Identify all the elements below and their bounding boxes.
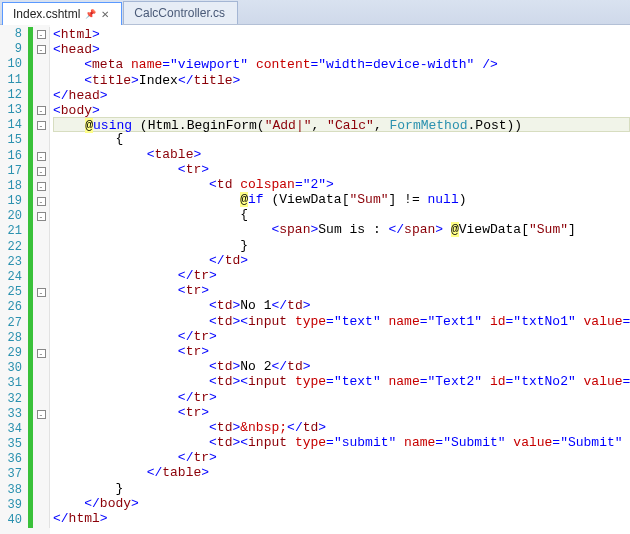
fold-toggle[interactable]: - xyxy=(37,121,46,130)
fold-margin xyxy=(28,452,50,467)
fold-toggle[interactable]: - xyxy=(37,288,46,297)
fold-toggle[interactable]: - xyxy=(37,152,46,161)
line-number: 40 xyxy=(0,513,28,528)
code-line[interactable]: <tr> xyxy=(53,344,630,359)
fold-margin: - xyxy=(28,346,50,361)
fold-toggle[interactable]: - xyxy=(37,45,46,54)
fold-toggle[interactable]: - xyxy=(37,30,46,39)
fold-margin xyxy=(28,240,50,255)
line-number: 23 xyxy=(0,255,28,270)
fold-toggle[interactable]: - xyxy=(37,167,46,176)
code-line[interactable]: </tr> xyxy=(53,450,630,465)
code-line[interactable]: </head> xyxy=(53,88,630,103)
code-line[interactable]: <title>Index</title> xyxy=(53,73,630,88)
code-line[interactable]: @using (Html.BeginForm("Add|", "Calc", F… xyxy=(53,117,630,132)
line-number: 8 xyxy=(0,27,28,42)
code-line[interactable]: <td>&nbsp;</td> xyxy=(53,420,630,435)
fold-margin xyxy=(28,392,50,407)
code-line[interactable]: <tr> xyxy=(53,405,630,420)
line-number: 37 xyxy=(0,467,28,482)
line-number: 22 xyxy=(0,240,28,255)
line-number: 38 xyxy=(0,483,28,498)
fold-margin xyxy=(28,316,50,331)
fold-margin: - xyxy=(28,179,50,194)
code-line[interactable]: <tr> xyxy=(53,283,630,298)
fold-margin xyxy=(28,300,50,315)
fold-toggle[interactable]: - xyxy=(37,197,46,206)
fold-toggle[interactable]: - xyxy=(37,349,46,358)
pin-icon[interactable]: 📌 xyxy=(85,9,96,19)
fold-margin xyxy=(28,483,50,498)
code-line[interactable]: <td><input type="submit" name="Submit" v… xyxy=(53,435,630,450)
line-number: 24 xyxy=(0,270,28,285)
code-line[interactable]: <head> xyxy=(53,42,630,57)
code-line[interactable]: </table> xyxy=(53,465,630,480)
code-line[interactable]: { xyxy=(53,131,630,146)
code-line[interactable]: <body> xyxy=(53,103,630,118)
fold-toggle[interactable]: - xyxy=(37,106,46,115)
fold-margin: - xyxy=(28,194,50,209)
code-line[interactable]: <td colspan="2"> xyxy=(53,177,630,192)
fold-margin: - xyxy=(28,118,50,133)
code-line[interactable]: <td><input type="text" name="Text1" id="… xyxy=(53,314,630,329)
fold-toggle[interactable]: - xyxy=(37,410,46,419)
code-line[interactable]: </td> xyxy=(53,253,630,268)
code-line[interactable]: <td>No 2</td> xyxy=(53,359,630,374)
code-area[interactable]: <html><head> <meta name="viewport" conte… xyxy=(50,25,630,534)
fold-margin: - xyxy=(28,164,50,179)
code-line[interactable]: <td>No 1</td> xyxy=(53,298,630,313)
line-number: 19 xyxy=(0,194,28,209)
line-number: 34 xyxy=(0,422,28,437)
fold-toggle[interactable]: - xyxy=(37,182,46,191)
fold-margin xyxy=(28,437,50,452)
fold-margin xyxy=(28,133,50,148)
code-line[interactable]: <table> xyxy=(53,147,630,162)
code-line[interactable]: </tr> xyxy=(53,329,630,344)
code-line[interactable]: </body> xyxy=(53,496,630,511)
tab-calccontroller[interactable]: CalcController.cs xyxy=(123,1,238,24)
fold-margin: - xyxy=(28,285,50,300)
line-number: 18 xyxy=(0,179,28,194)
line-number: 33 xyxy=(0,407,28,422)
code-line[interactable]: <span>Sum is : </span> @ViewData["Sum"] xyxy=(53,222,630,237)
fold-margin xyxy=(28,224,50,239)
fold-margin xyxy=(28,255,50,270)
line-number: 31 xyxy=(0,376,28,391)
code-editor[interactable]: 8-9-10111213-14-1516-17-18-19-20-2122232… xyxy=(0,25,630,534)
fold-toggle[interactable]: - xyxy=(37,212,46,221)
tab-index-cshtml[interactable]: Index.cshtml 📌 ✕ xyxy=(2,2,122,25)
line-number: 21 xyxy=(0,224,28,239)
code-line[interactable]: <html> xyxy=(53,27,630,42)
code-line[interactable]: <meta name="viewport" content="width=dev… xyxy=(53,57,630,72)
fold-margin xyxy=(28,513,50,528)
line-number: 35 xyxy=(0,437,28,452)
fold-margin: - xyxy=(28,27,50,42)
line-number: 27 xyxy=(0,316,28,331)
line-number: 26 xyxy=(0,300,28,315)
code-line[interactable]: } xyxy=(53,238,630,253)
fold-margin xyxy=(28,88,50,103)
line-number: 12 xyxy=(0,88,28,103)
code-line[interactable]: @if (ViewData["Sum"] != null) xyxy=(53,192,630,207)
tab-bar: Index.cshtml 📌 ✕ CalcController.cs xyxy=(0,0,630,25)
fold-margin xyxy=(28,73,50,88)
code-line[interactable]: </tr> xyxy=(53,390,630,405)
fold-margin xyxy=(28,361,50,376)
fold-margin: - xyxy=(28,42,50,57)
code-line[interactable]: <tr> xyxy=(53,162,630,177)
line-number: 17 xyxy=(0,164,28,179)
line-number: 29 xyxy=(0,346,28,361)
tab-label: Index.cshtml xyxy=(13,7,80,21)
code-line[interactable]: } xyxy=(53,481,630,496)
line-number: 36 xyxy=(0,452,28,467)
fold-margin xyxy=(28,422,50,437)
code-line[interactable]: </html> xyxy=(53,511,630,526)
code-line[interactable]: { xyxy=(53,207,630,222)
fold-margin: - xyxy=(28,149,50,164)
code-line[interactable]: </tr> xyxy=(53,268,630,283)
line-number: 16 xyxy=(0,149,28,164)
close-icon[interactable]: ✕ xyxy=(101,9,109,20)
line-number: 39 xyxy=(0,498,28,513)
code-line[interactable]: <td><input type="text" name="Text2" id="… xyxy=(53,374,630,389)
line-number: 30 xyxy=(0,361,28,376)
